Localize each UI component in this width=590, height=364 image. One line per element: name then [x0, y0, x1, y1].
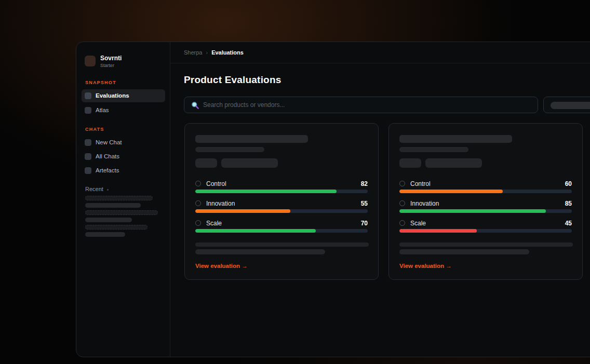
metric-label: Control — [206, 180, 226, 187]
metric-bar-fill — [195, 229, 316, 233]
workspace-plan-badge: Starter — [100, 63, 114, 68]
metric-bar-fill — [195, 190, 337, 193]
evaluation-card: Control 60 Innovation 85 Scale 45 — [388, 123, 583, 280]
sidebar-item-label: New Chat — [96, 139, 122, 145]
card-footnote-skeleton — [399, 242, 573, 247]
new-chat-icon — [85, 139, 91, 146]
card-footnote-skeleton — [195, 249, 325, 254]
metric-bar-fill — [399, 190, 503, 193]
recent-chat-skeleton — [85, 210, 158, 215]
card-tag-skeleton — [425, 158, 482, 168]
metric-label: Control — [410, 180, 431, 187]
metric-row-innovation: Innovation 85 — [399, 200, 572, 215]
metric-value: 55 — [361, 200, 368, 207]
breadcrumb-bar: Sherpa›Evaluations — [170, 42, 590, 63]
section-label-chats: CHATS — [85, 127, 104, 132]
breadcrumb-current: Evaluations — [211, 49, 244, 56]
recent-loading-dot — [107, 189, 109, 191]
sidebar-item-label: Atlas — [96, 107, 109, 113]
view-evaluation-link[interactable]: View evaluation → — [195, 263, 248, 269]
metric-label: Innovation — [410, 200, 439, 207]
metric-bar-fill — [399, 229, 477, 233]
metric-row-scale: Scale 70 — [195, 220, 368, 235]
card-title-skeleton — [399, 135, 512, 143]
section-label-snapshot: SNAPSHOT — [85, 80, 116, 85]
sidebar-item-atlas[interactable]: Atlas — [82, 104, 165, 117]
sidebar-item-all-chats[interactable]: All Chats — [82, 150, 165, 163]
metric-value: 70 — [361, 220, 368, 227]
metric-bar-track — [399, 229, 572, 233]
metric-value: 45 — [565, 220, 572, 227]
card-subtitle-skeleton — [195, 147, 264, 152]
metric-row-control: Control 60 — [399, 180, 572, 196]
recent-chat-skeleton — [85, 196, 153, 200]
metric-label: Scale — [410, 220, 426, 227]
artefacts-icon — [85, 167, 91, 174]
metric-bar-track — [399, 190, 572, 193]
sidebar-item-label: Artefacts — [96, 167, 119, 173]
metric-row-scale: Scale 45 — [399, 220, 572, 235]
card-tag-skeleton — [399, 158, 421, 168]
sidebar-item-evaluations[interactable]: Evaluations — [82, 89, 165, 102]
metric-label: Innovation — [206, 200, 235, 207]
metric-circle-icon — [399, 200, 405, 206]
recent-chat-skeleton — [85, 218, 132, 222]
metric-row-control: Control 82 — [195, 180, 368, 196]
sidebar-item-artefacts[interactable]: Artefacts — [82, 164, 165, 177]
card-tag-skeleton — [195, 158, 217, 168]
sidebar: Sovrnti Starter SNAPSHOT Evaluations Atl… — [76, 42, 170, 357]
metric-bar-fill — [399, 209, 546, 213]
recent-chat-skeleton — [85, 225, 148, 230]
search-box — [184, 97, 538, 113]
metric-circle-icon — [195, 181, 201, 186]
magnifier-icon — [191, 101, 199, 110]
workspace-logo — [85, 56, 96, 66]
workspace-name: Sovrnti — [100, 55, 122, 62]
metric-bar-track — [399, 209, 572, 213]
sidebar-item-label: All Chats — [96, 153, 119, 159]
metric-bar-track — [195, 190, 368, 193]
metric-circle-icon — [195, 200, 201, 206]
card-footnote-skeleton — [195, 242, 369, 247]
desktop-background: { "brand": { "name": "Sovrnti", "plan": … — [0, 0, 590, 364]
view-evaluation-link[interactable]: View evaluation → — [399, 263, 452, 269]
breadcrumb: Sherpa›Evaluations — [184, 49, 244, 56]
card-footnote-skeleton — [399, 249, 529, 254]
card-title-skeleton — [195, 135, 308, 143]
card-tag-skeleton — [221, 158, 278, 168]
recent-chat-skeleton — [85, 203, 141, 208]
page-title: Product Evaluations — [184, 74, 281, 86]
metric-value: 82 — [361, 180, 368, 187]
sidebar-item-label: Evaluations — [96, 92, 129, 99]
card-subtitle-skeleton — [399, 147, 468, 152]
metric-circle-icon — [399, 181, 405, 186]
metric-value: 60 — [565, 180, 572, 187]
all-chats-icon — [85, 153, 91, 160]
recent-chat-skeleton — [85, 232, 125, 237]
filter-dropdown[interactable] — [543, 97, 590, 113]
metric-bar-track — [195, 229, 368, 233]
main-content: Sherpa›Evaluations Product Evaluations C… — [170, 42, 590, 357]
recent-header: Recent — [85, 186, 109, 192]
metric-bar-fill — [195, 209, 290, 213]
metric-bar-track — [195, 209, 368, 213]
workspace-switcher[interactable]: Sovrnti Starter — [85, 55, 163, 75]
metric-value: 85 — [565, 200, 572, 207]
search-input[interactable] — [203, 97, 533, 113]
breadcrumb-separator: › — [206, 49, 208, 56]
metric-label: Scale — [206, 220, 222, 227]
evaluations-icon — [85, 92, 91, 99]
atlas-icon — [85, 107, 91, 114]
sidebar-item-new-chat[interactable]: New Chat — [82, 136, 165, 149]
evaluation-card: Control 82 Innovation 55 Scale 70 — [184, 123, 379, 280]
app-window: Sovrnti Starter SNAPSHOT Evaluations Atl… — [76, 42, 590, 357]
metric-circle-icon — [399, 220, 405, 226]
breadcrumb-parent-link[interactable]: Sherpa — [184, 49, 202, 56]
metric-row-innovation: Innovation 55 — [195, 200, 368, 215]
filter-skeleton — [551, 102, 590, 109]
metric-circle-icon — [195, 220, 201, 226]
